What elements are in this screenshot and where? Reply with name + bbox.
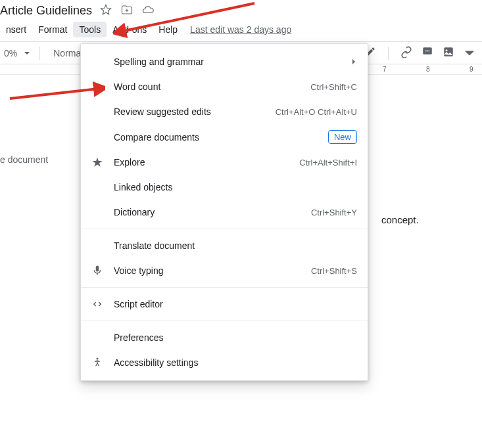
label: Voice typing <box>114 265 311 276</box>
separator <box>39 47 40 60</box>
menu-dictionary[interactable]: Dictionary Ctrl+Shift+Y <box>81 200 368 225</box>
separator <box>388 47 389 60</box>
document-title[interactable]: Article Guidelines <box>0 4 92 18</box>
image-icon[interactable] <box>443 46 454 60</box>
comment-icon[interactable] <box>422 46 433 60</box>
submenu-arrow-icon <box>350 56 357 67</box>
shortcut: Ctrl+Shift+Y <box>311 208 357 217</box>
star-icon[interactable] <box>100 4 112 18</box>
shortcut: Ctrl+Alt+O Ctrl+Alt+U <box>276 107 357 117</box>
menu-review-suggested[interactable]: Review suggested edits Ctrl+Alt+O Ctrl+A… <box>81 99 368 124</box>
separator <box>81 321 368 321</box>
menubar: nsert Format Tools Add-ons Help Last edi… <box>0 19 482 41</box>
menu-script-editor[interactable]: Script editor <box>81 292 368 317</box>
outline-empty-text: e document <box>0 154 48 165</box>
toolbar-right <box>364 46 482 60</box>
titlebar: Article Guidelines <box>0 0 482 19</box>
shortcut: Ctrl+Alt+Shift+I <box>299 158 357 168</box>
chevron-down-icon <box>464 47 475 59</box>
explore-icon <box>90 156 105 168</box>
zoom-dropdown[interactable]: 0% <box>0 48 30 58</box>
svg-point-2 <box>446 49 448 51</box>
label: Explore <box>114 157 299 168</box>
zoom-value: 0% <box>0 48 21 58</box>
menu-compare-documents[interactable]: Compare documents New <box>81 124 368 150</box>
separator <box>81 287 368 288</box>
shortcut: Ctrl+Shift+C <box>310 82 357 92</box>
title-icons <box>100 4 154 18</box>
shortcut: Ctrl+Shift+S <box>311 266 357 276</box>
chevron-down-icon <box>24 50 30 56</box>
menu-preferences[interactable]: Preferences <box>81 325 368 350</box>
label: Compare documents <box>114 132 328 143</box>
menu-translate[interactable]: Translate document <box>81 233 368 258</box>
label: Spelling and grammar <box>114 56 350 67</box>
move-icon[interactable] <box>121 4 133 18</box>
label: Dictionary <box>114 207 311 217</box>
menu-voice-typing[interactable]: Voice typing Ctrl+Shift+S <box>81 258 368 283</box>
code-icon <box>90 298 105 310</box>
menu-insert[interactable]: nsert <box>0 22 32 37</box>
svg-point-3 <box>97 358 99 360</box>
menu-format[interactable]: Format <box>32 22 73 37</box>
new-badge: New <box>328 130 357 144</box>
accessibility-icon <box>90 357 105 369</box>
cloud-icon[interactable] <box>142 4 154 18</box>
ruler-tick: 7 <box>383 66 387 73</box>
ruler-tick: 8 <box>426 66 430 73</box>
separator <box>81 229 368 229</box>
label: Translate document <box>114 240 357 251</box>
menu-accessibility[interactable]: Accessibility settings <box>81 350 368 375</box>
menu-tools[interactable]: Tools <box>73 22 107 37</box>
body-text: concept. <box>381 214 419 225</box>
tools-dropdown: Spelling and grammar Word count Ctrl+Shi… <box>80 43 368 381</box>
label: Preferences <box>114 332 357 343</box>
menu-spelling-grammar[interactable]: Spelling and grammar <box>81 49 368 74</box>
menu-explore[interactable]: Explore Ctrl+Alt+Shift+I <box>81 150 368 175</box>
label: Word count <box>114 81 310 92</box>
menu-addons[interactable]: Add-ons <box>107 22 153 37</box>
microphone-icon <box>90 265 105 277</box>
last-edit-link[interactable]: Last edit was 2 days ago <box>190 24 291 35</box>
label: Accessibility settings <box>114 357 357 368</box>
link-icon[interactable] <box>400 46 412 60</box>
menu-word-count[interactable]: Word count Ctrl+Shift+C <box>81 74 368 99</box>
label: Linked objects <box>114 182 357 192</box>
menu-help[interactable]: Help <box>153 22 183 37</box>
ruler-tick: 9 <box>470 66 473 73</box>
menu-linked-objects[interactable]: Linked objects <box>81 175 368 200</box>
label: Script editor <box>114 299 357 309</box>
label: Review suggested edits <box>114 106 276 117</box>
